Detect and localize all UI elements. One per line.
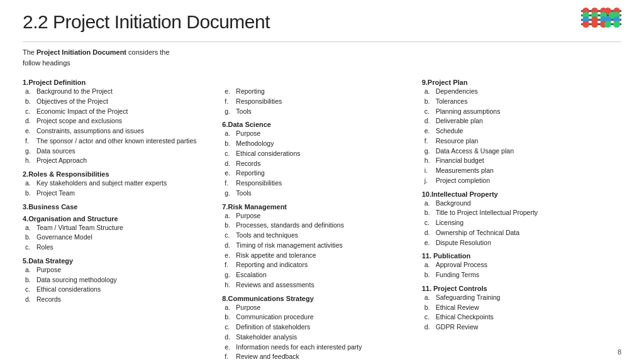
section-risk-management: 7.Risk Management a.Purpose b.Processes,…	[222, 203, 415, 290]
list-item: f.Responsibilities	[222, 97, 415, 107]
section-project-definition: 1.Project Definition a.Background to the…	[23, 79, 216, 166]
list-item: j.Project completion	[422, 176, 615, 186]
column-3: 9.Project Plan a.Dependencies b.Toleranc…	[422, 74, 621, 362]
list-item: h.Project Approach	[23, 156, 216, 166]
list-item: g.Escalation	[222, 270, 415, 280]
list-item: a.Safeguarding Training	[422, 293, 615, 303]
list-item: f.Responsibilities	[222, 178, 415, 189]
list-item: f.The sponsor / actor and other known in…	[23, 136, 216, 146]
section-title-5: 5.Data Strategy	[23, 257, 216, 265]
section-organisation: 4.Organisation and Structure a.Team / Vi…	[23, 215, 216, 253]
list-item: e.Reporting	[222, 168, 415, 178]
list-item: d.Project scope and exclusions	[23, 116, 216, 126]
list-item: b.Title to Project Intellectual Property	[422, 208, 615, 218]
content-columns: 1.Project Definition a.Background to the…	[23, 74, 621, 362]
list-item: d.Ownership of Technical Data	[422, 228, 615, 238]
page: 2.2 Project Initiation Document The Proj…	[0, 0, 644, 362]
section-title-6: 6.Data Science	[222, 121, 415, 128]
list-item: a.Dependencies	[422, 87, 615, 97]
list-item: a.Purpose	[222, 303, 415, 313]
section-intellectual-property: 10.Intellectual Property a.Background b.…	[422, 190, 615, 248]
list-item: d.GDPR Review	[422, 322, 615, 332]
section-publication: 11. Publication a.Approval Process b.Fun…	[422, 252, 615, 280]
list-item: a.Approval Process	[422, 260, 615, 270]
list-item: b.Processes, standards and definitions	[222, 221, 415, 231]
list-item: c.Licensing	[422, 218, 615, 228]
section-project-controls: 11. Project Controls a.Safeguarding Trai…	[422, 285, 615, 332]
list-item: g.Data sources	[23, 146, 216, 156]
list-item: g.Tools	[222, 189, 415, 199]
list-item: a.Key stakeholders and subject matter ex…	[23, 178, 216, 189]
section-business-case: 3.Business Case	[23, 203, 216, 211]
section-communications: 8.Communications Strategy a.Purpose b.Co…	[222, 295, 415, 363]
list-item: e.Risk appetite and tolerance	[222, 251, 415, 261]
list-item: c.Economic Impact of the Project	[23, 107, 216, 117]
page-number: 8	[618, 348, 621, 356]
section-title-1: 1.Project Definition	[23, 79, 216, 86]
intro-line3: follow headings	[23, 59, 70, 67]
list-item: a.Purpose	[23, 265, 216, 275]
section-data-science: 6.Data Science a.Purpose b.Methodology c…	[222, 121, 415, 198]
list-item: d.Records	[222, 159, 415, 169]
page-title: 2.2 Project Initiation Document	[23, 11, 621, 33]
title-divider	[23, 41, 621, 42]
list-item: c.Roles	[23, 243, 216, 253]
list-item: c.Ethical considerations	[23, 285, 216, 295]
list-item: a.Background to the Project	[23, 87, 216, 97]
list-item: b.Funding Terms	[422, 270, 615, 280]
intro-post: considers the	[126, 48, 169, 56]
list-item: c.Ethical considerations	[222, 149, 415, 159]
list-item: d.Timing of risk management activities	[222, 241, 415, 251]
list-item: a.Purpose	[222, 211, 415, 221]
list-item: c.Planning assumptions	[422, 107, 615, 117]
list-item: d.Records	[23, 295, 216, 305]
section-title-11a: 11. Publication	[422, 252, 615, 260]
section-data-strategy: 5.Data Strategy a.Purpose b.Data sourcin…	[23, 257, 216, 305]
section-roles: 2.Roles & Responsibilities a.Key stakeho…	[23, 170, 216, 199]
intro-pre: The	[23, 48, 36, 56]
section-title-11b: 11. Project Controls	[422, 285, 615, 292]
section-project-plan: 9.Project Plan a.Dependencies b.Toleranc…	[422, 79, 615, 186]
section-title-7: 7.Risk Management	[222, 203, 415, 211]
list-item: f.Resource plan	[422, 136, 615, 146]
list-item: b.Communication procedure	[222, 312, 415, 322]
list-item: c.Definition of stakeholders	[222, 322, 415, 332]
section-title-4: 4.Organisation and Structure	[23, 215, 216, 222]
list-item: a.Purpose	[222, 129, 415, 139]
list-item: b.Governance Model	[23, 233, 216, 243]
list-item: f.Reporting and indicators	[222, 260, 415, 270]
column-1: 1.Project Definition a.Background to the…	[23, 74, 222, 362]
list-item: d.Stakeholder analysis	[222, 332, 415, 343]
section-title-3: 3.Business Case	[23, 203, 216, 211]
list-item: e.Constraints, assumptions and issues	[23, 126, 216, 136]
list-item: a.Background	[422, 199, 615, 209]
list-item: e.Reporting	[222, 87, 415, 97]
column-2: cont e.Reporting f.Responsibilities g.To…	[222, 74, 421, 362]
abacus-decoration	[581, 10, 621, 25]
section-data-strategy-cont: cont e.Reporting f.Responsibilities g.To…	[222, 79, 415, 116]
section-title-10: 10.Intellectual Property	[422, 190, 615, 198]
list-item: i.Measurements plan	[422, 166, 615, 176]
list-item: f.Review and feedback	[222, 352, 415, 362]
list-item: c.Tools and techniques	[222, 231, 415, 241]
list-item: b.Ethical Review	[422, 303, 615, 313]
list-item: c.Ethical Checkpoints	[422, 312, 615, 322]
list-item: d.Deliverable plan	[422, 116, 615, 126]
list-item: e.Schedule	[422, 126, 615, 136]
list-item: e.Information needs for each interested …	[222, 343, 415, 353]
list-item: g.Data Access & Usage plan	[422, 146, 615, 156]
intro-bold: Project Initiation Document	[36, 48, 126, 56]
list-item: b.Project Team	[23, 189, 216, 199]
list-item: g.Tools	[222, 107, 415, 117]
list-item: b.Methodology	[222, 139, 415, 149]
section-title-9: 9.Project Plan	[422, 79, 615, 86]
list-item: e.Dispute Resolution	[422, 238, 615, 248]
list-item: h.Financial budget	[422, 156, 615, 166]
section-title-2: 2.Roles & Responsibilities	[23, 170, 216, 178]
list-item: b.Data sourcing methodology	[23, 275, 216, 285]
list-item: b.Objectives of the Project	[23, 97, 216, 107]
list-item: a.Team / Virtual Team Structure	[23, 223, 216, 233]
list-item: b.Tolerances	[422, 97, 615, 107]
section-title-8: 8.Communications Strategy	[222, 295, 415, 302]
list-item: h.Reviews and assessments	[222, 280, 415, 290]
